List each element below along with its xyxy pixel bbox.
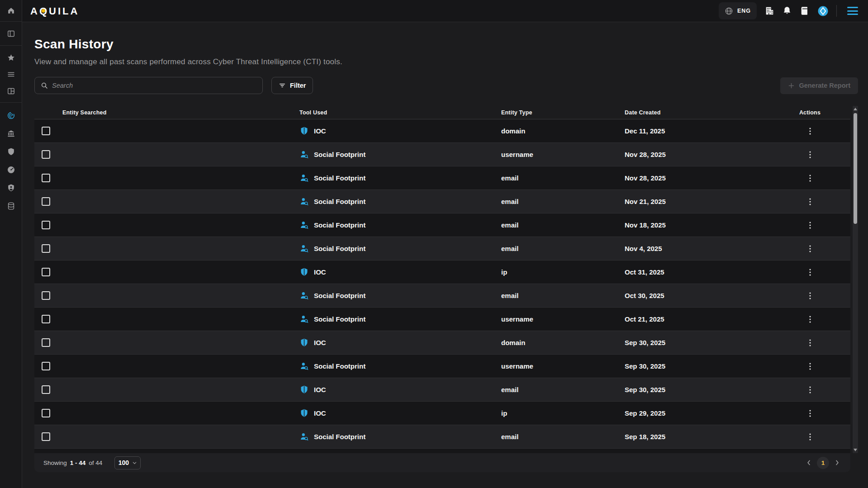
row-actions-menu[interactable] (805, 220, 815, 230)
entity-type-cell: ip (501, 409, 625, 417)
row-actions-menu[interactable] (805, 408, 815, 418)
tool-used-cell: IOC (299, 385, 501, 394)
database-icon (7, 202, 15, 210)
notifications-icon[interactable] (782, 6, 792, 16)
row-actions-menu[interactable] (805, 314, 815, 324)
row-checkbox[interactable] (42, 409, 50, 417)
sidebar-item-shield-user[interactable] (0, 179, 22, 197)
row-checkbox[interactable] (42, 291, 50, 300)
column-header-date-created: Date Created (625, 109, 769, 116)
sidebar-item-gauge[interactable] (0, 161, 22, 179)
date-created-cell: Nov 28, 2025 (625, 174, 769, 182)
row-checkbox[interactable] (42, 315, 50, 323)
row-checkbox[interactable] (42, 127, 50, 135)
date-created-cell: Oct 30, 2025 (625, 292, 769, 299)
row-checkbox[interactable] (42, 244, 50, 253)
kebab-icon (805, 361, 815, 371)
tool-used-label: IOC (314, 339, 326, 346)
sidebar-item-scan-history[interactable] (0, 106, 22, 124)
row-actions-menu[interactable] (805, 338, 815, 348)
row-actions-menu[interactable] (805, 432, 815, 442)
prev-page-button[interactable] (805, 459, 813, 467)
filter-button-label: Filter (290, 82, 306, 89)
list-menu-icon (7, 70, 15, 79)
row-checkbox[interactable] (42, 197, 50, 206)
tool-used-label: IOC (314, 386, 326, 393)
row-actions-menu[interactable] (805, 173, 815, 183)
row-checkbox[interactable] (42, 221, 50, 229)
date-created-cell: Nov 21, 2025 (625, 198, 769, 205)
row-checkbox[interactable] (42, 362, 50, 370)
row-actions-menu[interactable] (805, 291, 815, 301)
table-row: Social Footprint username Oct 21, 2025 (34, 308, 850, 331)
row-actions-menu[interactable] (805, 244, 815, 254)
scroll-up-arrow-icon[interactable] (854, 108, 857, 110)
next-page-button[interactable] (833, 459, 841, 467)
shield-icon (7, 147, 15, 156)
row-checkbox[interactable] (42, 268, 50, 276)
date-created-cell: Dec 11, 2025 (625, 127, 769, 135)
table-body: IOC domain Dec 11, 2025 (34, 119, 850, 449)
gauge-icon (7, 166, 15, 174)
entity-type-cell: username (501, 362, 625, 370)
chevron-right-icon (833, 459, 841, 467)
star-icon (7, 53, 15, 62)
sidebar-item-institution[interactable] (0, 124, 22, 142)
controls-row: Filter Generate Report (34, 77, 858, 94)
date-created-cell: Sep 18, 2025 (625, 433, 769, 441)
support-icon[interactable] (817, 5, 829, 17)
search-input[interactable] (52, 82, 256, 89)
row-checkbox[interactable] (42, 432, 50, 441)
sidebar-item-favorites[interactable] (0, 49, 22, 66)
organization-icon[interactable] (764, 6, 774, 16)
language-selector[interactable]: ENG (719, 2, 757, 19)
filter-button[interactable]: Filter (271, 77, 313, 94)
row-actions-menu[interactable] (805, 197, 815, 207)
bank-icon (7, 129, 15, 138)
table-row: IOC email Sep 30, 2025 (34, 378, 850, 402)
row-checkbox[interactable] (42, 385, 50, 394)
scan-history-table: Entity Searched Tool Used Entity Type Da… (34, 106, 858, 472)
date-created-cell: Sep 30, 2025 (625, 339, 769, 346)
row-actions-menu[interactable] (805, 126, 815, 136)
panel-left-icon (7, 29, 15, 38)
current-page-button[interactable]: 1 (817, 457, 829, 469)
sidebar-item-panel[interactable] (0, 22, 22, 46)
social-footprint-icon (299, 150, 309, 159)
tool-used-label: Social Footprint (314, 292, 365, 299)
sidebar-item-shield[interactable] (0, 142, 22, 161)
table-scrollbar[interactable] (853, 106, 858, 453)
menu-icon[interactable] (847, 7, 858, 15)
table-row: Social Footprint username Nov 28, 2025 (34, 143, 850, 166)
docs-icon[interactable] (800, 6, 810, 16)
row-actions-menu[interactable] (805, 385, 815, 395)
row-checkbox[interactable] (42, 338, 50, 347)
tool-used-cell: Social Footprint (299, 197, 501, 206)
ioc-shield-icon (299, 385, 309, 394)
row-actions-menu[interactable] (805, 267, 815, 277)
plus-icon (788, 82, 795, 89)
row-actions-menu[interactable] (805, 361, 815, 371)
sidebar-item-database[interactable] (0, 197, 22, 215)
sidebar-item-home[interactable] (0, 0, 22, 22)
social-footprint-icon (299, 197, 309, 206)
kebab-icon (805, 244, 815, 254)
social-footprint-icon (299, 173, 309, 183)
sidebar-item-dashboard[interactable] (0, 83, 22, 99)
page-size-select[interactable]: 100 (114, 456, 141, 469)
generate-report-button[interactable]: Generate Report (780, 77, 858, 94)
home-icon (7, 6, 15, 15)
social-footprint-icon (299, 432, 309, 441)
table-row: Social Footprint username Sep 30, 2025 (34, 355, 850, 378)
row-actions-menu[interactable] (805, 150, 815, 160)
tool-used-label: Social Footprint (314, 433, 365, 441)
scroll-down-arrow-icon[interactable] (854, 449, 857, 451)
row-checkbox[interactable] (42, 174, 50, 182)
ioc-shield-icon (299, 408, 309, 418)
table-row: IOC domain Sep 30, 2025 (34, 331, 850, 355)
sidebar-item-list[interactable] (0, 66, 22, 83)
row-checkbox[interactable] (42, 150, 50, 159)
showing-label: Showing (43, 460, 67, 466)
social-footprint-icon (299, 244, 309, 253)
scrollbar-thumb[interactable] (854, 113, 857, 224)
